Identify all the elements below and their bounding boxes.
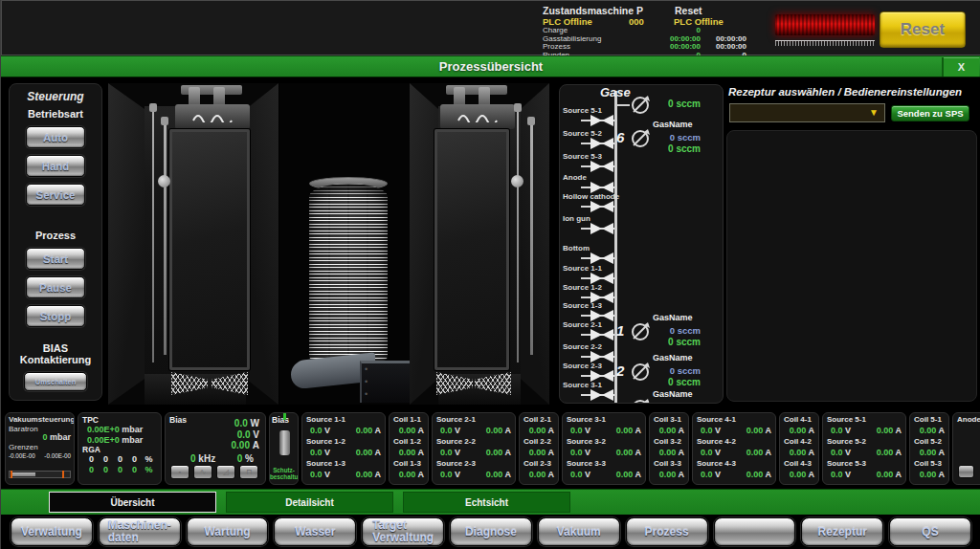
gas-setpoint-value: 0 sccm xyxy=(649,325,701,336)
coil-panel: Coil 5-10.00 ACoil 5-20.00 ACoil 5-30.00… xyxy=(909,412,949,485)
valve-icon[interactable] xyxy=(590,223,613,234)
channel-value: 0.00 A xyxy=(399,469,424,481)
channel-value: 0.00 A xyxy=(486,447,511,459)
nav-target-verwaltung-button[interactable]: Target Verwaltung xyxy=(362,517,444,546)
channel-value: 0.00 A xyxy=(746,469,771,481)
vacuum-chamber-left-image xyxy=(108,83,278,405)
send-to-plc-button[interactable]: Senden zu SPS xyxy=(891,105,969,121)
nav-maschinen-daten-button[interactable]: Maschinen- daten xyxy=(99,517,181,546)
bias-chamber-figure xyxy=(279,430,290,455)
valve-icon[interactable] xyxy=(590,253,613,264)
channel-value: 0.0 V xyxy=(831,425,851,437)
valve-icon[interactable] xyxy=(590,115,613,126)
channel-value: 0.0 V xyxy=(310,447,330,459)
gas-row-label: Source 2-1 xyxy=(563,320,602,329)
channel-values: 0.0 V0.00 A xyxy=(433,425,515,437)
chamber-header-block xyxy=(175,104,250,129)
channel-name: Source 2-2 xyxy=(433,437,515,447)
channel-value: 0.0 V xyxy=(440,469,460,481)
tab-detailsicht[interactable]: Detailsicht xyxy=(226,492,393,513)
page-title: Prozessübersicht xyxy=(1,59,980,74)
nav-wartung-button[interactable]: Wartung xyxy=(187,517,269,546)
valve-icon[interactable] xyxy=(590,161,613,172)
valve-icon[interactable] xyxy=(590,329,613,340)
bias-duty-unit: % xyxy=(245,453,254,464)
pressure-range-slider[interactable] xyxy=(9,471,71,478)
chamber-rod xyxy=(530,125,533,355)
channel-values: 0.00 A xyxy=(390,447,428,459)
bias-mode-icon: ⊓ xyxy=(246,468,252,476)
bias-freq: 0 xyxy=(190,453,196,464)
pressure-limits: -0.00E-00 -0.00E-00 xyxy=(9,451,71,461)
chamber-door-right xyxy=(246,83,278,405)
section-heading: Betriebsart xyxy=(10,108,101,120)
channel-name: Source 2-3 xyxy=(433,459,515,469)
start-button[interactable]: Start xyxy=(26,248,85,270)
auto-button[interactable]: Auto xyxy=(26,126,85,148)
tab-echtsicht[interactable]: Echtsicht xyxy=(403,492,570,513)
close-button[interactable]: X xyxy=(942,57,979,77)
chamber-fitting xyxy=(479,87,490,106)
valve-icon[interactable] xyxy=(590,389,613,401)
main-area: Steuerung BetriebsartAutoHandServiceProz… xyxy=(1,77,980,409)
flow-meter-icon xyxy=(629,127,652,150)
gas-row-label: Source 5-1 xyxy=(563,106,602,115)
channel-value: 0.00 A xyxy=(616,469,641,481)
bias-mode-button-4[interactable]: ⊓ xyxy=(239,465,258,479)
bias-mode-button-1[interactable]: • xyxy=(170,465,189,479)
nav-prozess-button[interactable]: Prozess xyxy=(626,517,708,546)
chamber-fitting xyxy=(213,87,225,106)
channel-value: 0.0 V xyxy=(831,447,851,459)
rga-cell: % xyxy=(142,465,156,475)
valve-icon[interactable] xyxy=(590,138,613,149)
pause-button[interactable]: Pause xyxy=(26,276,85,298)
channel-name: Source 3-2 xyxy=(563,437,645,447)
channel-value: 0.00 A xyxy=(877,447,902,459)
recipe-dropdown[interactable]: ▼ xyxy=(729,103,885,122)
gas-gauge-number: 3 xyxy=(616,399,630,404)
bias-panel: Bias 0.0 W 0.0 V 0.00 A 0 kHz 0 % •∿◿⊓ xyxy=(165,412,266,485)
tpc-value-1: 0.00E+0 xyxy=(87,425,120,434)
nav-diagnose-button[interactable]: Diagnose xyxy=(450,517,532,546)
hand-button[interactable]: Hand xyxy=(26,155,85,177)
alarm-led-scale xyxy=(775,40,875,46)
channel-name: Coil 2-1 xyxy=(520,415,558,425)
source-panel: Source 5-10.0 V0.00 ASource 5-20.0 V0.00… xyxy=(822,412,906,485)
valve-icon[interactable] xyxy=(590,201,613,212)
chevron-down-icon: ▼ xyxy=(869,104,879,121)
channel-value: 0.0 V xyxy=(701,447,721,459)
anode-button[interactable] xyxy=(958,465,974,478)
umschalten-button[interactable]: Umschalten xyxy=(24,372,87,391)
nav-vakuum-button[interactable]: Vakuum xyxy=(538,517,620,546)
rga-cell: 0 xyxy=(84,454,99,465)
channel-value: 0.00 A xyxy=(790,425,814,437)
channel-values: 0.00 A xyxy=(910,447,948,459)
tab-übersicht[interactable]: Übersicht xyxy=(49,492,216,513)
reset-button[interactable]: Reset xyxy=(880,11,966,48)
channel-value: 0.0 V xyxy=(440,447,460,459)
channel-values: 0.00 A xyxy=(910,425,948,437)
bias-mode-button-3[interactable]: ◿ xyxy=(216,465,235,479)
channel-values: 0.00 A xyxy=(780,425,818,437)
nav-blank-button[interactable] xyxy=(714,517,796,546)
bias-wire xyxy=(283,413,286,420)
channel-value: 0.0 V xyxy=(701,425,721,437)
channel-name: Coil 5-2 xyxy=(910,437,948,447)
channel-name: Coil 3-1 xyxy=(650,415,688,425)
nav-wasser-button[interactable]: Wasser xyxy=(274,517,356,546)
channel-values: 0.0 V0.00 A xyxy=(302,447,385,459)
bias-mode-button-2[interactable]: ∿ xyxy=(193,465,212,479)
stopp-button[interactable]: Stopp xyxy=(26,305,85,327)
channel-name: Source 4-3 xyxy=(693,459,775,469)
nav-qs-button[interactable]: QS xyxy=(889,517,971,546)
rga-cell: % xyxy=(142,454,156,465)
channel-values: 0.00 A xyxy=(390,425,428,437)
nav-verwaltung-button[interactable]: Verwaltung xyxy=(11,517,93,546)
protection-caption: Schutz- beschaltung xyxy=(270,467,298,480)
gas-name-label: GasName xyxy=(653,353,693,362)
nav-rezeptur-button[interactable]: Rezeptur xyxy=(801,517,883,546)
channel-values: 0.00 A xyxy=(650,447,688,459)
channel-value: 0.00 A xyxy=(356,425,381,437)
gas-row-label: Source 2-2 xyxy=(563,342,602,351)
service-button[interactable]: Service xyxy=(26,184,85,206)
